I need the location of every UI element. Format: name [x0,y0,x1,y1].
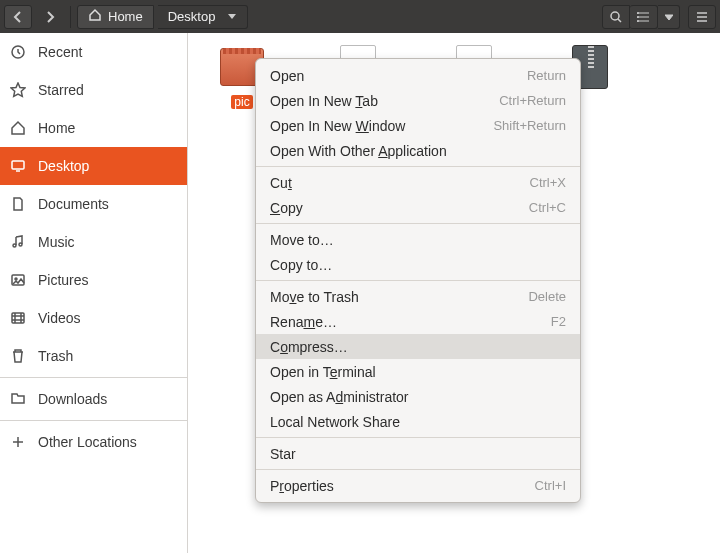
ctx-star[interactable]: Star [256,441,580,466]
ctx-move-to-trash[interactable]: Move to TrashDelete [256,284,580,309]
sidebar-item-label: Music [38,234,75,250]
sidebar-item-pictures[interactable]: Pictures [0,261,187,299]
sidebar-item-label: Trash [38,348,73,364]
sidebar-item-label: Pictures [38,272,89,288]
sidebar-item-label: Starred [38,82,84,98]
ctx-rename[interactable]: Rename…F2 [256,309,580,334]
sidebar-item-desktop[interactable]: Desktop [0,147,187,185]
svg-point-2 [637,16,638,17]
search-button[interactable] [602,5,630,29]
ctx-move-to[interactable]: Move to… [256,227,580,252]
svg-point-0 [611,12,619,20]
menu-button[interactable] [688,5,716,29]
home-icon [88,8,102,25]
separator [256,223,580,224]
svg-point-1 [637,12,638,13]
breadcrumb-home[interactable]: Home [77,5,154,29]
ctx-open-terminal[interactable]: Open in Terminal [256,359,580,384]
view-mode-button[interactable] [630,5,658,29]
ctx-open-new-tab[interactable]: Open In New TabCtrl+Return [256,88,580,113]
ctx-open-new-window[interactable]: Open In New WindowShift+Return [256,113,580,138]
ctx-copy[interactable]: CopyCtrl+C [256,195,580,220]
ctx-properties[interactable]: PropertiesCtrl+I [256,473,580,498]
sidebar-item-trash[interactable]: Trash [0,337,187,375]
context-menu: OpenReturn Open In New TabCtrl+Return Op… [255,58,581,503]
file-label: pic [231,95,252,109]
sidebar-item-home[interactable]: Home [0,109,187,147]
toolbar: Home Desktop [0,0,720,33]
separator [256,437,580,438]
forward-button[interactable] [36,5,64,29]
view-dropdown-button[interactable] [658,5,680,29]
sidebar-item-downloads[interactable]: Downloads [0,380,187,418]
sidebar-item-label: Documents [38,196,109,212]
ctx-open-with[interactable]: Open With Other Application [256,138,580,163]
svg-point-9 [15,278,17,280]
sidebar-item-recent[interactable]: Recent [0,33,187,71]
sidebar-item-label: Other Locations [38,434,137,450]
ctx-open-as-admin[interactable]: Open as Administrator [256,384,580,409]
separator [0,377,187,378]
svg-point-3 [637,20,638,21]
sidebar-item-other-locations[interactable]: Other Locations [0,423,187,461]
svg-point-6 [13,244,16,247]
ctx-cut[interactable]: CutCtrl+X [256,170,580,195]
sidebar-item-label: Downloads [38,391,107,407]
ctx-compress[interactable]: Compress… [256,334,580,359]
breadcrumb-label: Home [108,9,143,24]
sidebar-item-videos[interactable]: Videos [0,299,187,337]
sidebar-item-music[interactable]: Music [0,223,187,261]
sidebar-item-label: Home [38,120,75,136]
svg-rect-5 [12,161,24,169]
sidebar-item-starred[interactable]: Starred [0,71,187,109]
ctx-copy-to[interactable]: Copy to… [256,252,580,277]
sidebar-item-documents[interactable]: Documents [0,185,187,223]
breadcrumb-label: Desktop [168,9,216,24]
separator [256,280,580,281]
sidebar: Recent Starred Home Desktop Documents Mu… [0,33,188,553]
sidebar-item-label: Recent [38,44,82,60]
separator [256,166,580,167]
sidebar-item-label: Desktop [38,158,89,174]
svg-point-7 [19,243,22,246]
breadcrumb-desktop[interactable]: Desktop [158,5,249,29]
chevron-down-icon [227,9,237,24]
separator [256,469,580,470]
separator [70,6,71,28]
sidebar-item-label: Videos [38,310,81,326]
separator [0,420,187,421]
back-button[interactable] [4,5,32,29]
ctx-open[interactable]: OpenReturn [256,63,580,88]
ctx-local-network-share[interactable]: Local Network Share [256,409,580,434]
svg-rect-10 [12,313,24,323]
